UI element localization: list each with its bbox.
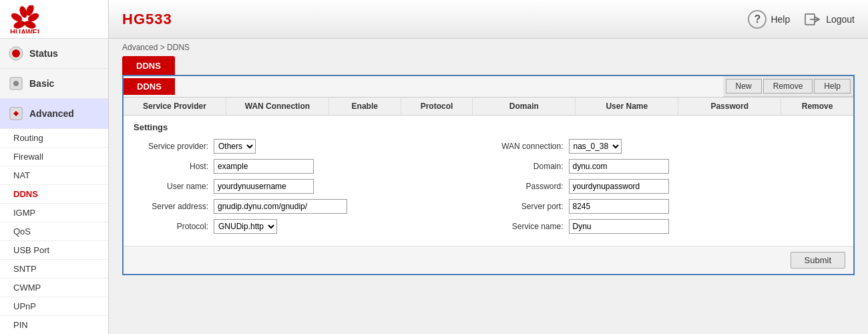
nav-igmp[interactable]: IGMP — [0, 204, 108, 222]
form-row-1: Service provider: Others WAN connection:… — [134, 139, 843, 154]
server-address-input[interactable] — [214, 199, 347, 214]
main-content: HG533 ? Help Logout Advanced > DDNS DDNS — [109, 0, 868, 334]
nav-firewall[interactable]: Firewall — [0, 148, 108, 166]
nav-pin[interactable]: PIN — [0, 316, 108, 334]
nav-routing[interactable]: Routing — [0, 129, 108, 148]
col-domain: Domain — [473, 98, 576, 115]
host-label: Host: — [134, 162, 214, 171]
password-input[interactable] — [569, 179, 669, 194]
toolbar-help-button[interactable]: Help — [814, 79, 851, 94]
nav-sub-items: Routing Firewall NAT DDNS IGMP QoS USB P… — [0, 129, 108, 334]
form-row-3: User name: Password: — [134, 179, 843, 194]
nav-cwmp[interactable]: CWMP — [0, 279, 108, 297]
help-button[interactable]: ? Help — [748, 10, 790, 29]
col-username: User Name — [576, 98, 678, 115]
logout-button[interactable]: Logout — [803, 10, 855, 29]
nav-nat[interactable]: NAT — [0, 166, 108, 185]
service-name-col: Service name: — [489, 219, 844, 234]
nav-section: Status Basic Advanced Routing Firewall N… — [0, 39, 108, 334]
help-icon: ? — [748, 10, 767, 29]
nav-advanced[interactable]: Advanced — [0, 99, 108, 129]
form-row-5: Protocol: GNUDip.http Service name: — [134, 219, 843, 234]
server-address-label: Server address: — [134, 202, 214, 211]
form-row-2: Host: Domain: — [134, 159, 843, 174]
server-port-col: Server port: — [489, 199, 844, 214]
breadcrumb-separator: > — [158, 43, 167, 52]
advanced-icon — [8, 106, 24, 122]
service-provider-select[interactable]: Others — [214, 139, 256, 154]
svg-point-8 — [12, 49, 20, 57]
status-icon — [8, 45, 24, 61]
header: HG533 ? Help Logout — [109, 0, 868, 39]
content-area: DDNS New Remove Help Service Provider WA… — [109, 75, 868, 334]
username-col: User name: — [134, 179, 489, 194]
nav-sntp[interactable]: SNTP — [0, 260, 108, 279]
server-address-col: Server address: — [134, 199, 489, 214]
wan-connection-label: WAN connection: — [489, 142, 569, 151]
breadcrumb-current: DDNS — [167, 43, 190, 52]
nav-basic[interactable]: Basic — [0, 69, 108, 99]
service-name-input[interactable] — [569, 219, 669, 234]
svg-text:HUAWEI: HUAWEI — [10, 28, 39, 33]
service-provider-label: Service provider: — [134, 142, 214, 151]
tab-ddns[interactable]: DDNS — [122, 56, 175, 75]
col-password: Password — [678, 98, 781, 115]
password-label: Password: — [489, 182, 569, 191]
form-row-4: Server address: Server port: — [134, 199, 843, 214]
tab-bar: DDNS — [109, 56, 868, 75]
remove-button[interactable]: Remove — [763, 79, 813, 94]
nav-status-label: Status — [29, 48, 58, 59]
wan-connection-col: WAN connection: nas_0_38 — [489, 139, 844, 154]
basic-icon — [8, 75, 24, 92]
breadcrumb: Advanced > DDNS — [109, 39, 868, 56]
submit-button[interactable]: Submit — [791, 252, 845, 269]
service-name-label: Service name: — [489, 222, 569, 231]
nav-basic-label: Basic — [29, 78, 54, 89]
protocol-label: Protocol: — [134, 222, 214, 231]
col-remove: Remove — [781, 98, 853, 115]
settings-section: Settings Service provider: Others WAN co… — [124, 116, 853, 246]
huawei-logo: HUAWEI — [7, 5, 60, 33]
nav-upnp[interactable]: UPnP — [0, 297, 108, 316]
username-label: User name: — [134, 182, 214, 191]
logo-area: HUAWEI — [0, 0, 108, 39]
logout-icon — [803, 10, 822, 29]
logout-label: Logout — [826, 14, 855, 25]
help-label: Help — [771, 14, 790, 25]
nav-advanced-label: Advanced — [29, 108, 74, 119]
service-provider-col: Service provider: Others — [134, 139, 489, 154]
domain-col: Domain: — [489, 159, 844, 174]
settings-title: Settings — [134, 122, 843, 132]
server-port-label: Server port: — [489, 202, 569, 211]
header-actions: ? Help Logout — [748, 10, 855, 29]
nav-status[interactable]: Status — [0, 39, 108, 69]
col-enable: Enable — [329, 98, 401, 115]
col-protocol: Protocol — [401, 98, 473, 115]
page-title: HG533 — [122, 11, 172, 28]
domain-label: Domain: — [489, 162, 569, 171]
server-port-input[interactable] — [569, 199, 669, 214]
host-input[interactable] — [214, 159, 314, 174]
nav-usb-port[interactable]: USB Port — [0, 241, 108, 260]
svg-point-10 — [13, 81, 19, 86]
breadcrumb-parent: Advanced — [122, 43, 158, 52]
nav-ddns[interactable]: DDNS — [0, 185, 108, 204]
protocol-col: Protocol: GNUDip.http — [134, 219, 489, 234]
col-service-provider: Service Provider — [124, 98, 226, 115]
password-col: Password: — [489, 179, 844, 194]
ddns-panel: DDNS New Remove Help Service Provider WA… — [122, 75, 855, 275]
table-header: Service Provider WAN Connection Enable P… — [124, 98, 853, 116]
panel-title: DDNS — [124, 78, 175, 95]
col-wan-connection: WAN Connection — [226, 98, 329, 115]
protocol-select[interactable]: GNUDip.http — [214, 219, 277, 234]
nav-qos[interactable]: QoS — [0, 222, 108, 241]
panel-toolbar: New Remove Help — [723, 76, 853, 97]
host-col: Host: — [134, 159, 489, 174]
wan-connection-select[interactable]: nas_0_38 — [569, 139, 622, 154]
domain-input[interactable] — [569, 159, 669, 174]
username-input[interactable] — [214, 179, 314, 194]
form-actions: Submit — [124, 246, 853, 274]
new-button[interactable]: New — [726, 79, 762, 94]
sidebar: HUAWEI Status Basic Advanced — [0, 0, 109, 334]
